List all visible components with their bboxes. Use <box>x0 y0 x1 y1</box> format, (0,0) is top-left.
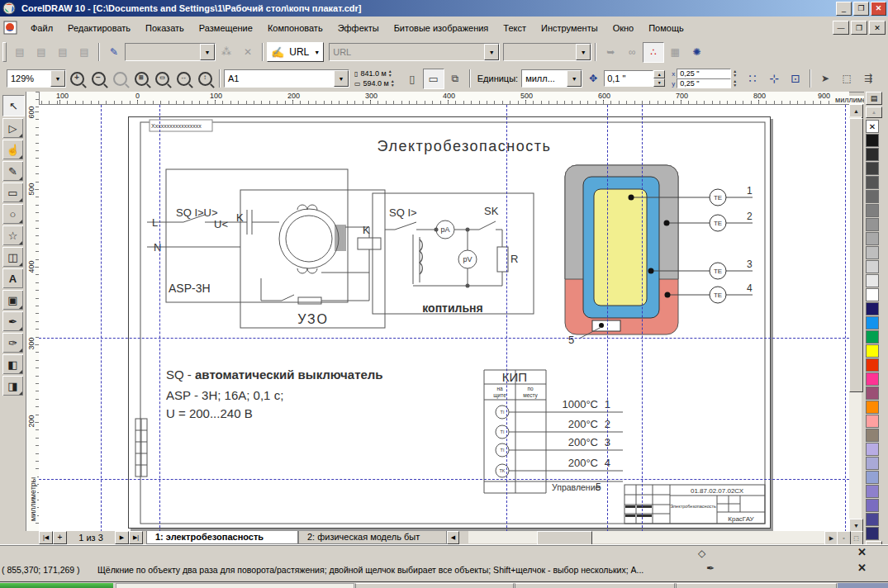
nudge-spinner[interactable]: ▲▼ <box>653 70 665 87</box>
chevron-down-icon[interactable]: ▼ <box>484 44 499 60</box>
color-swatch[interactable] <box>866 288 879 301</box>
tab-page-2[interactable]: 2: физическая модель быт <box>298 531 447 544</box>
polygon-tool[interactable]: ☆ <box>2 225 23 245</box>
color-swatch[interactable] <box>866 372 879 386</box>
mdi-minimize-button[interactable]: — <box>833 21 849 35</box>
marquee-mode-icon[interactable]: ⬚ <box>836 69 857 89</box>
color-swatch[interactable] <box>866 471 879 484</box>
last-page-button[interactable]: ▶| <box>129 531 143 544</box>
color-swatch[interactable] <box>866 499 879 512</box>
color-swatch[interactable] <box>866 485 879 498</box>
zoom-out-button[interactable]: − <box>88 69 109 89</box>
taskbar-item[interactable] <box>676 583 837 588</box>
hyperlink-icon[interactable]: ∞ <box>621 42 643 63</box>
color-swatch[interactable] <box>866 260 879 273</box>
fill-tool[interactable]: ◧ <box>2 354 23 374</box>
snap-to-guidelines-icon[interactable]: ⊹ <box>763 69 785 89</box>
color-swatch[interactable] <box>866 232 879 245</box>
menu-tools[interactable]: Инструменты <box>534 20 605 36</box>
color-swatch[interactable] <box>866 344 879 358</box>
zoom-selected-button[interactable] <box>109 69 131 89</box>
zoom-level-combobox[interactable]: 129% ▼ <box>7 69 66 88</box>
duplicate-y-field[interactable]: 0,25 " <box>677 78 731 88</box>
url-button[interactable]: ✍ URL ▼ <box>267 42 324 62</box>
chevron-down-icon[interactable]: ▼ <box>576 44 591 60</box>
color-swatch[interactable] <box>866 386 879 400</box>
taskbar-item[interactable] <box>116 583 354 588</box>
color-swatch[interactable] <box>866 162 879 175</box>
url-input[interactable]: URL ▼ <box>329 43 500 61</box>
menu-file[interactable]: Файл <box>23 20 60 36</box>
menu-layout[interactable]: Размещение <box>192 20 260 36</box>
color-swatch[interactable] <box>866 415 879 428</box>
guideline-vertical[interactable] <box>159 105 160 532</box>
ellipse-tool[interactable]: ○ <box>2 204 23 224</box>
behavior-icon[interactable]: ⁂ <box>216 42 237 63</box>
chevron-down-icon[interactable]: ▼ <box>50 70 65 87</box>
color-swatch[interactable] <box>866 148 879 161</box>
zoom-in-button[interactable]: + <box>66 69 88 89</box>
shape-tool[interactable]: ▷ <box>2 118 23 138</box>
color-swatch[interactable] <box>866 204 879 217</box>
freehand-tool[interactable]: ✎ <box>2 161 23 181</box>
taskbar-item-active[interactable] <box>838 583 888 588</box>
tab-scroll-left-button[interactable]: ◀ <box>447 531 459 544</box>
paper-size-combobox[interactable]: A1 ▼ <box>224 69 349 88</box>
add-page-button[interactable]: + <box>53 531 67 544</box>
units-combobox[interactable]: милл... ▼ <box>521 69 582 88</box>
color-swatch[interactable] <box>866 527 879 540</box>
drawing-canvas[interactable]: Xxxxxxxxxxxxxxxxx Электробезопасность <box>39 104 849 532</box>
delete-bookmark-icon[interactable]: ✕ <box>237 42 259 63</box>
toolbar-grip[interactable] <box>2 42 7 62</box>
tab-page-1[interactable]: 1: электробезопасность <box>146 531 298 544</box>
view-navigator-button[interactable]: ⬚ <box>849 531 863 545</box>
zoom-to-page-button[interactable]: ▭ <box>152 69 173 88</box>
target-frame-combobox[interactable]: ▼ <box>503 43 591 61</box>
zoom-page-width-button[interactable]: ↔ <box>173 69 194 89</box>
basic-shapes-tool[interactable]: ◫ <box>2 247 23 267</box>
chevron-down-icon[interactable]: ▼ <box>334 70 349 87</box>
color-swatch[interactable] <box>866 246 879 259</box>
color-swatch[interactable] <box>866 274 879 287</box>
bookmark-page-icon[interactable]: ▤ <box>74 42 95 63</box>
snap-to-objects-icon[interactable]: ⊡ <box>785 69 806 89</box>
color-swatch[interactable] <box>866 218 879 231</box>
color-swatch[interactable] <box>866 176 879 189</box>
next-page-button[interactable]: ▶ <box>115 531 129 544</box>
edit-bookmark-icon[interactable]: ✎ <box>103 42 125 63</box>
taskbar-item[interactable] <box>355 583 514 588</box>
document-page[interactable]: Xxxxxxxxxxxxxxxxx Электробезопасность <box>128 116 771 529</box>
paper-width-spinner[interactable]: ▲▼ <box>388 69 392 78</box>
horizontal-scrollbar-track[interactable] <box>468 531 824 543</box>
vertical-scrollbar-thumb[interactable] <box>849 118 863 392</box>
mdi-close-button[interactable]: ✕ <box>869 21 886 35</box>
mdi-restore-button[interactable]: ❐ <box>851 21 867 35</box>
color-swatch[interactable] <box>866 134 879 147</box>
imagemap-icon[interactable]: ▦ <box>664 42 686 63</box>
color-swatch[interactable] <box>866 190 879 203</box>
guideline-horizontal[interactable] <box>39 479 849 480</box>
duplicate-x-field[interactable]: 0,25 " <box>677 69 731 78</box>
interactive-fill-tool[interactable]: ◨ <box>2 376 23 396</box>
no-color-swatch[interactable]: ✕ <box>866 120 879 133</box>
guideline-vertical[interactable] <box>642 105 643 532</box>
color-swatch[interactable] <box>866 330 879 344</box>
rectangle-tool[interactable]: ▭ <box>2 183 23 202</box>
menu-help[interactable]: Помощь <box>641 20 691 36</box>
horizontal-ruler[interactable]: 100 0 100 200 300 400 500 600 700 800 90… <box>39 92 849 105</box>
guideline-horizontal[interactable] <box>39 338 849 339</box>
menu-effects[interactable]: Эффекты <box>330 20 387 36</box>
guideline-vertical[interactable] <box>607 105 608 532</box>
minimize-button[interactable]: _ <box>836 2 852 16</box>
color-swatch[interactable] <box>866 443 879 456</box>
bookmark-list-icon[interactable]: ▤ <box>52 42 74 63</box>
color-swatch[interactable] <box>866 316 879 330</box>
bookmark-forward-icon[interactable]: ▤ <box>31 42 52 63</box>
bookmark-back-icon[interactable]: ▤ <box>9 42 31 63</box>
chevron-down-icon[interactable]: ▼ <box>314 50 320 55</box>
portrait-button[interactable]: ▯ <box>401 69 423 89</box>
pick-tool[interactable]: ↖ <box>2 95 25 116</box>
vertical-ruler[interactable]: 600 500 400 300 200 миллиметры <box>26 92 40 531</box>
menu-view[interactable]: Показать <box>138 20 192 36</box>
first-page-button[interactable]: |◀ <box>39 531 53 544</box>
